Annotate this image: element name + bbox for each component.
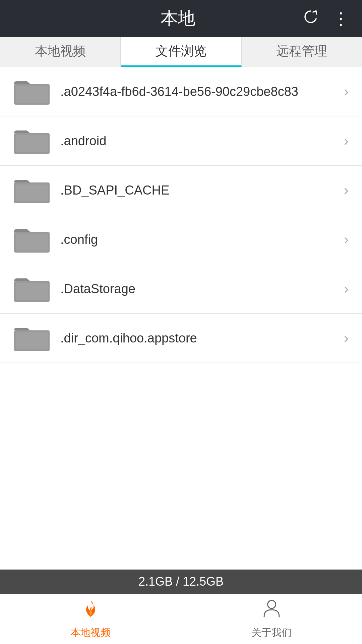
file-name: .DataStorage [60,282,337,296]
chevron-right-icon: › [344,330,349,346]
file-name: .dir_com.qihoo.appstore [60,331,337,345]
svg-rect-8 [16,184,48,201]
nav-item-local-video[interactable]: 本地视频 [0,598,181,640]
storage-display: 2.1GB / 12.5GB [138,575,224,589]
person-icon [262,598,281,623]
file-name: .config [60,232,337,247]
file-name: .a0243f4a-fb6d-3614-be56-90c29cbe8c83 [60,85,337,99]
folder-icon [13,126,50,156]
tab-local-video[interactable]: 本地视频 [0,37,121,67]
list-item[interactable]: .a0243f4a-fb6d-3614-be56-90c29cbe8c83 › [0,67,362,116]
folder-icon [13,76,50,107]
bottom-navigation: 本地视频 关于我们 [0,594,362,644]
nav-label-local-video: 本地视频 [70,626,111,640]
tab-file-browser[interactable]: 文件浏览 [121,37,241,67]
chevron-right-icon: › [344,231,349,248]
chevron-right-icon: › [344,281,349,297]
folder-icon [13,175,50,205]
refresh-icon[interactable] [302,8,319,29]
svg-rect-14 [16,283,48,300]
list-item[interactable]: .DataStorage › [0,264,362,314]
folder-icon [13,274,50,304]
svg-rect-5 [16,135,48,152]
svg-point-18 [267,600,276,608]
folder-icon [13,224,50,255]
header-actions: ⋮ [302,8,349,29]
file-name: .android [60,134,337,148]
nav-item-about-us[interactable]: 关于我们 [181,598,362,640]
more-icon[interactable]: ⋮ [333,9,349,28]
svg-rect-2 [16,86,48,103]
chevron-right-icon: › [344,182,349,198]
file-list: .a0243f4a-fb6d-3614-be56-90c29cbe8c83 › … [0,67,362,570]
storage-status-bar: 2.1GB / 12.5GB [0,570,362,594]
tab-bar: 本地视频 文件浏览 远程管理 [0,37,362,67]
flame-icon [81,598,100,623]
svg-rect-11 [16,234,48,251]
header: 本地 ⋮ [0,0,362,37]
list-item[interactable]: .config › [0,215,362,264]
nav-label-about-us: 关于我们 [251,626,292,640]
chevron-right-icon: › [344,84,349,100]
list-item[interactable]: .dir_com.qihoo.appstore › [0,314,362,363]
list-item[interactable]: .android › [0,116,362,166]
page-title: 本地 [54,7,302,30]
folder-icon [13,323,50,353]
tab-remote-manage[interactable]: 远程管理 [242,37,362,67]
file-name: .BD_SAPI_CACHE [60,183,337,198]
list-item[interactable]: .BD_SAPI_CACHE › [0,166,362,215]
svg-rect-17 [16,332,48,349]
chevron-right-icon: › [344,133,349,149]
